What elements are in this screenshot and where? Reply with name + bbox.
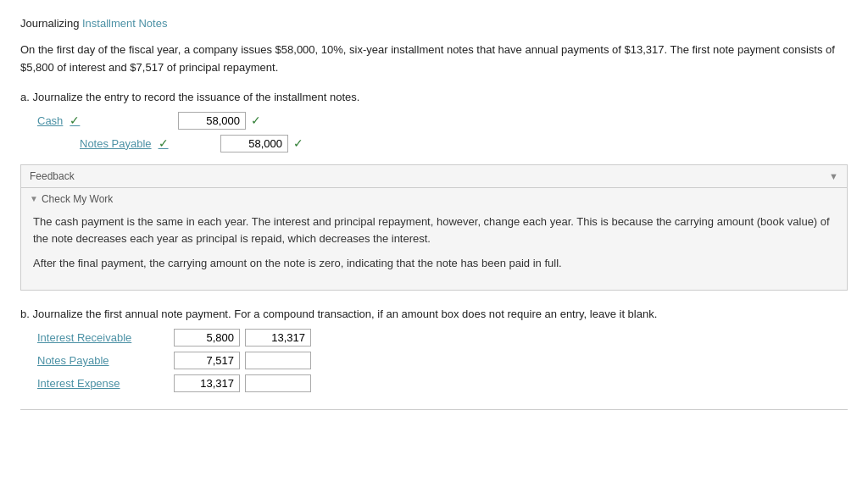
entry-row-notes-payable-b: Notes Payable [37,352,848,369]
notes-payable-a-credit-input[interactable] [220,135,288,152]
check-my-work-row: ▼ Check My Work [21,188,847,208]
interest-expense-link[interactable]: Interest Expense [37,377,169,390]
notes-payable-a-link[interactable]: Notes Payable ✓ [80,136,215,150]
installment-notes-link[interactable]: Installment Notes [82,17,167,30]
cash-debit-checkmark: ✓ [251,114,261,127]
interest-receivable-credit-input[interactable] [245,329,311,347]
entry-row-cash: Cash ✓ ✓ [37,112,848,130]
interest-expense-credit-input[interactable] [245,374,311,392]
notes-payable-b-debit-input[interactable] [174,352,240,369]
feedback-para-2: After the final payment, the carrying am… [33,255,835,273]
entry-row-interest-expense: Interest Expense [37,374,848,392]
notes-payable-b-link[interactable]: Notes Payable [37,354,169,367]
feedback-label: Feedback [30,170,75,182]
check-my-work-arrow: ▼ [30,194,38,203]
feedback-panel: Feedback ▼ ▼ Check My Work The cash paym… [20,164,848,291]
interest-receivable-debit-input[interactable] [174,329,240,347]
bottom-divider [20,409,848,410]
feedback-dropdown-arrow[interactable]: ▼ [829,171,838,181]
notes-payable-a-checkmark: ✓ [159,136,169,150]
intro-paragraph: On the first day of the fiscal year, a c… [20,42,848,77]
part-a-label: a. Journalize the entry to record the is… [20,91,848,103]
feedback-para-1: The cash payment is the same in each yea… [33,213,835,249]
check-my-work-label[interactable]: Check My Work [42,193,113,205]
part-b-journal: Interest Receivable Notes Payable Intere… [37,329,848,392]
interest-expense-debit-input[interactable] [174,374,240,392]
part-b-label: b. Journalize the first annual note paym… [20,308,848,320]
part-a-journal: Cash ✓ ✓ Notes Payable ✓ ✓ [37,112,848,152]
feedback-header: Feedback ▼ [21,165,847,188]
cash-account-link[interactable]: Cash ✓ [37,114,173,127]
cash-checkmark: ✓ [70,114,80,127]
part-b-section: b. Journalize the first annual note paym… [20,308,848,392]
notes-payable-b-credit-input[interactable] [245,352,311,369]
interest-receivable-link[interactable]: Interest Receivable [37,331,169,344]
cash-debit-input[interactable] [178,112,246,130]
feedback-body: The cash payment is the same in each yea… [21,208,847,290]
page-title-prefix: Journalizing [20,17,82,30]
entry-row-interest-receivable: Interest Receivable [37,329,848,347]
entry-row-notes-payable-a: Notes Payable ✓ ✓ [37,135,848,152]
page-title: Journalizing Installment Notes [20,17,848,30]
notes-payable-a-credit-checkmark: ✓ [293,136,303,150]
